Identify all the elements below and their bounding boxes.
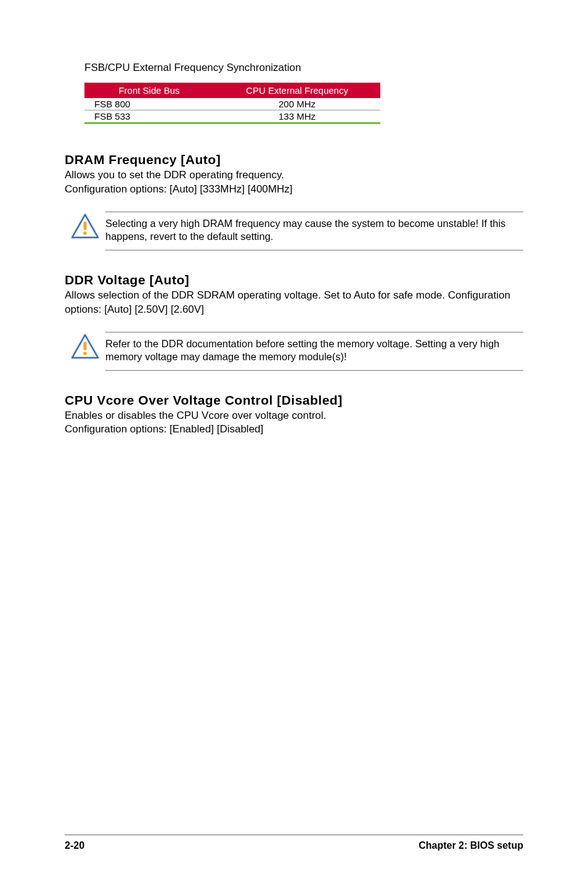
table-cell: 200 MHz [214, 98, 380, 110]
note-text: Selecting a very high DRAM frequency may… [105, 212, 523, 250]
chapter-label: Chapter 2: BIOS setup [419, 840, 523, 851]
table-cell: FSB 533 [84, 110, 214, 123]
table-row: FSB 533 133 MHz [84, 110, 380, 123]
svg-rect-8 [84, 342, 87, 350]
svg-point-4 [83, 231, 87, 235]
note-text: Refer to the DDR documentation before se… [105, 332, 523, 371]
dram-frequency-body: Allows you to set the DDR operating freq… [65, 168, 523, 197]
table-header-cpu: CPU External Frequency [214, 83, 380, 98]
page-footer: 2-20 Chapter 2: BIOS setup [65, 835, 523, 851]
svg-point-9 [83, 352, 87, 355]
page-number: 2-20 [65, 840, 84, 851]
table-header-row: Front Side Bus CPU External Frequency [84, 83, 380, 98]
table-row: FSB 800 200 MHz [84, 98, 380, 110]
svg-rect-3 [84, 221, 87, 230]
ddr-voltage-heading: DDR Voltage [Auto] [65, 273, 523, 287]
table-cell: FSB 800 [84, 98, 214, 110]
note-block: Selecting a very high DRAM frequency may… [65, 212, 523, 250]
dram-frequency-heading: DRAM Frequency [Auto] [65, 152, 523, 167]
fsb-sync-table: Front Side Bus CPU External Frequency FS… [84, 83, 380, 124]
fsb-sync-label: FSB/CPU External Frequency Synchronizati… [84, 62, 523, 74]
ddr-voltage-body: Allows selection of the DDR SDRAM operat… [65, 289, 523, 317]
cpu-vcore-body: Enables or disables the CPU Vcore over v… [65, 409, 523, 437]
table-cell: 133 MHz [214, 110, 380, 123]
caution-triangle-icon [65, 332, 105, 360]
table-header-fsb: Front Side Bus [84, 83, 214, 98]
note-block: Refer to the DDR documentation before se… [65, 332, 523, 371]
cpu-vcore-heading: CPU Vcore Over Voltage Control [Disabled… [65, 393, 523, 408]
caution-triangle-icon [65, 212, 105, 240]
